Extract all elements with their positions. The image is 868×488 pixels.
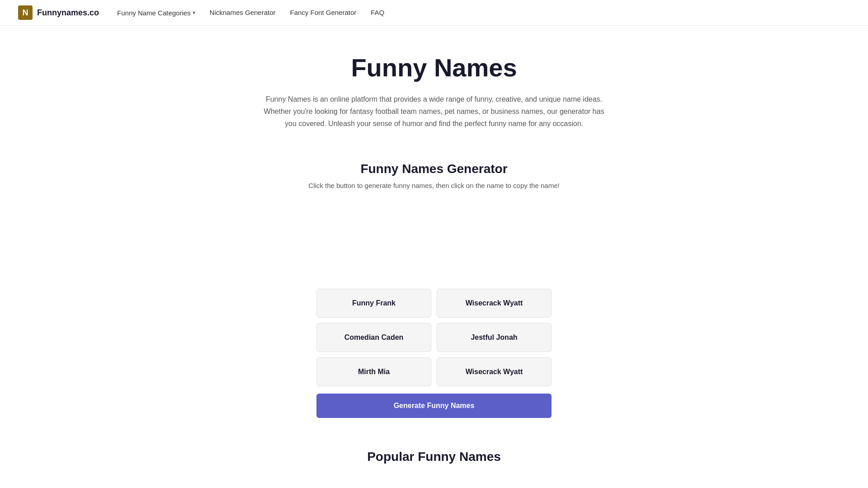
nav-link-fancy-font[interactable]: Fancy Font Generator: [290, 9, 357, 16]
chevron-down-icon: ▾: [193, 9, 195, 16]
generator-section: Funny Names Generator Click the button t…: [0, 144, 868, 427]
name-card-4[interactable]: Jestful Jonah: [437, 323, 552, 352]
nav-item-faq[interactable]: FAQ: [371, 9, 384, 17]
nav-label-categories: Funny Name Categories: [117, 9, 191, 17]
nav-link-nicknames[interactable]: Nicknames Generator: [210, 9, 276, 16]
hero-title: Funny Names: [18, 53, 850, 82]
name-card-5[interactable]: Mirth Mia: [316, 357, 431, 386]
generator-title: Funny Names Generator: [18, 162, 850, 176]
name-card-6[interactable]: Wisecrack Wyatt: [437, 357, 552, 386]
popular-title: Popular Funny Names: [18, 450, 850, 464]
popular-section: Popular Funny Names: [0, 427, 868, 473]
logo-letter: N: [23, 8, 28, 18]
logo-icon: N: [18, 5, 33, 20]
nav-label-fancy-font: Fancy Font Generator: [290, 9, 357, 16]
name-card-2[interactable]: Wisecrack Wyatt: [437, 289, 552, 318]
nav-link-categories[interactable]: Funny Name Categories ▾: [117, 9, 195, 17]
nav-label-nicknames: Nicknames Generator: [210, 9, 276, 16]
nav-item-nicknames[interactable]: Nicknames Generator: [210, 9, 276, 17]
nav-links: Funny Name Categories ▾ Nicknames Genera…: [117, 9, 384, 17]
names-grid: Funny Frank Wisecrack Wyatt Comedian Cad…: [316, 289, 552, 386]
navbar: N Funnynames.co Funny Name Categories ▾ …: [0, 0, 868, 26]
nav-item-categories[interactable]: Funny Name Categories ▾: [117, 9, 195, 17]
logo-link[interactable]: N Funnynames.co: [18, 5, 99, 20]
name-card-3[interactable]: Comedian Caden: [316, 323, 431, 352]
hero-description: Funny Names is an online platform that p…: [262, 93, 606, 130]
generator-subtitle: Click the button to generate funny names…: [18, 182, 850, 189]
nav-link-faq[interactable]: FAQ: [371, 9, 384, 16]
ad-area: [231, 207, 637, 280]
nav-label-faq: FAQ: [371, 9, 384, 16]
hero-section: Funny Names Funny Names is an online pla…: [0, 26, 868, 144]
name-card-1[interactable]: Funny Frank: [316, 289, 431, 318]
nav-item-fancy-font[interactable]: Fancy Font Generator: [290, 9, 357, 17]
generate-button[interactable]: Generate Funny Names: [316, 394, 552, 418]
logo-text: Funnynames.co: [37, 8, 99, 18]
